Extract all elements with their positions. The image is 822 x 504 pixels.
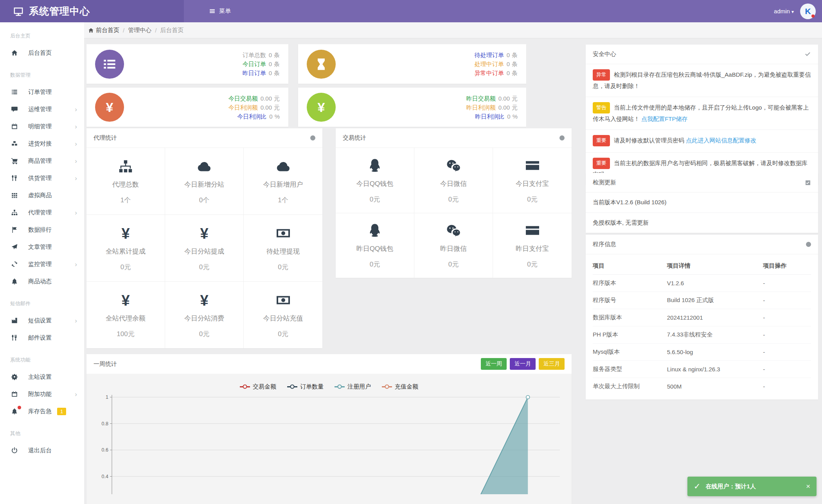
- stat-grid-cell[interactable]: 今日新增用户1个: [244, 148, 322, 215]
- stat-label: 异常中订单: [475, 70, 504, 76]
- stat-value: 0.00: [261, 95, 272, 102]
- sidebar-item[interactable]: 退出后台: [0, 442, 84, 459]
- avatar-red-dot: [811, 14, 815, 18]
- stat-grid-cell[interactable]: 昨日微信0元: [414, 213, 493, 278]
- stat-grid-cell[interactable]: ¥今日分站提成0元: [165, 215, 244, 282]
- week-chart-svg: 10.80.60.40.2: [94, 392, 564, 494]
- sidebar-section-header: 短信邮件: [0, 290, 84, 312]
- sitemap-icon: [10, 209, 19, 216]
- app-logo[interactable]: 系统管理中心: [0, 0, 184, 22]
- close-icon[interactable]: ×: [806, 482, 810, 491]
- cubes-icon: [10, 140, 19, 147]
- sidebar-item[interactable]: 主站设置: [0, 368, 84, 385]
- avatar[interactable]: K: [800, 4, 816, 19]
- stat-unit: %: [275, 113, 280, 120]
- sidebar-item-label: 后台首页: [28, 49, 52, 57]
- table-cell: 5.6.50-log: [667, 344, 763, 361]
- yen-icon: ¥: [121, 292, 130, 308]
- panel-dot-icon[interactable]: [806, 242, 811, 247]
- sidebar-section-header: 其他: [0, 420, 84, 442]
- stat-grid-cell[interactable]: 今日微信0元: [414, 148, 493, 213]
- stat-value: 0.00: [261, 104, 272, 111]
- sidebar-item-label: 订单管理: [28, 88, 52, 96]
- sidebar-item[interactable]: 附加功能›: [0, 385, 84, 403]
- sidebar-item[interactable]: 进货对接›: [0, 135, 84, 152]
- table-cell: 程序版本: [593, 275, 667, 292]
- stat-grid-cell[interactable]: 待处理提现0元: [244, 215, 322, 282]
- chevron-right-icon: ›: [75, 140, 77, 147]
- sidebar-item[interactable]: 数据排行: [0, 221, 84, 238]
- chevron-right-icon: ›: [75, 158, 77, 164]
- card-icon: [525, 157, 540, 173]
- stat-grid-cell[interactable]: 今日支付宝0元: [493, 148, 572, 213]
- breadcrumb-item[interactable]: 管理中心: [128, 27, 151, 34]
- table-column-header: 项目操作: [763, 257, 811, 275]
- stat-card-lines: 订单总数0条今日订单0条昨日订单0条: [124, 50, 280, 77]
- chevron-right-icon: ›: [75, 317, 77, 324]
- chevron-right-icon: ›: [75, 261, 77, 268]
- breadcrumb-current: 后台首页: [160, 27, 183, 34]
- stat-grid-value: 0元: [527, 260, 537, 269]
- table-cell: 单次最大上传限制: [593, 378, 667, 395]
- alert-link[interactable]: 点此进入网站信息配置修改: [684, 137, 756, 144]
- sidebar-item[interactable]: 明细管理›: [0, 118, 84, 135]
- alert-link[interactable]: 点我配置FTP储存: [640, 115, 688, 122]
- stat-value: 0: [269, 113, 272, 120]
- stat-grid-cell[interactable]: 今日新增分站0个: [165, 148, 244, 215]
- sidebar-item[interactable]: 商品管理›: [0, 152, 84, 169]
- stat-grid-cell[interactable]: 昨日QQ钱包0元: [336, 213, 414, 278]
- table-row: 程序版本V1.2.6-: [593, 275, 811, 292]
- sidebar-item[interactable]: 文章管理: [0, 238, 84, 256]
- legend-item[interactable]: 交易金额: [240, 383, 276, 391]
- sidebar-item[interactable]: 监控管理›: [0, 256, 84, 273]
- range-button[interactable]: 近三月: [539, 358, 565, 370]
- update-panel: 检测更新 当前版本V1.2.6 (Build 1026)免授权版本, 无需更新: [586, 173, 818, 233]
- sidebar-item[interactable]: 后台首页: [0, 44, 84, 61]
- sidebar-item[interactable]: 虚拟商品: [0, 187, 84, 204]
- table-row: 单次最大上传限制500M-: [593, 378, 811, 395]
- range-button[interactable]: 近一月: [510, 358, 536, 370]
- stat-line: 今日交易额0.00元: [124, 94, 280, 103]
- range-button[interactable]: 近一周: [481, 358, 507, 370]
- security-alert: 重要请及时修改默认管理员密码 点此进入网站信息配置修改: [586, 130, 818, 153]
- stat-value: 0: [507, 52, 510, 58]
- sidebar-item[interactable]: 代理管理›: [0, 204, 84, 221]
- sidebar-item-label: 供货管理: [28, 175, 52, 182]
- stat-grid-cell[interactable]: 今日分站充值0元: [244, 282, 322, 348]
- stat-grid-cell[interactable]: 今日QQ钱包0元: [336, 148, 414, 213]
- calendar-icon: [10, 123, 19, 130]
- panel-dot-icon[interactable]: [310, 135, 315, 140]
- menu-toggle[interactable]: 菜单: [203, 0, 236, 22]
- legend-item[interactable]: 充值金额: [382, 383, 418, 391]
- stat-grid-cell[interactable]: ¥全站累计提成0元: [86, 215, 165, 282]
- legend-item[interactable]: 订单数量: [287, 383, 324, 391]
- panel-dot-icon[interactable]: [559, 135, 565, 140]
- stat-grid-value: 0元: [370, 195, 380, 204]
- sidebar-item[interactable]: 短信设置›: [0, 312, 84, 329]
- sidebar-item[interactable]: 邮件设置: [0, 329, 84, 346]
- sidebar-item[interactable]: 商品动态: [0, 273, 84, 290]
- breadcrumb: 前台首页 / 管理中心 / 后台首页: [84, 22, 822, 38]
- stat-grid-cell[interactable]: 昨日支付宝0元: [493, 213, 572, 278]
- admin-dropdown[interactable]: admin▾: [774, 8, 794, 14]
- utensils-icon: [10, 175, 19, 182]
- check-icon[interactable]: [804, 51, 811, 58]
- breadcrumb-home-link[interactable]: 前台首页: [88, 27, 119, 34]
- table-row: 数据库版本20241212001-: [593, 309, 811, 326]
- alert-text: 检测到根目录存在压缩包秋云商城-特供版_AaBDF.zip，为避免被盗取重要信息…: [593, 71, 811, 89]
- stat-value: 0: [507, 113, 510, 120]
- sidebar-item[interactable]: 运维管理›: [0, 101, 84, 118]
- table-cell: -: [763, 361, 811, 378]
- sidebar-item[interactable]: 库存告急1: [0, 403, 84, 420]
- legend-item[interactable]: 注册用户: [335, 383, 371, 391]
- stat-grid-cell[interactable]: ¥全站代理余额100元: [86, 282, 165, 348]
- stat-unit: %: [513, 113, 518, 120]
- stat-grid-label: 今日分站提成: [184, 247, 224, 256]
- yen-glyph: ¥: [106, 100, 113, 115]
- sidebar-section-header: 数据管理: [0, 61, 84, 83]
- stat-grid-cell[interactable]: 代理总数1个: [86, 148, 165, 215]
- sidebar-item[interactable]: 供货管理›: [0, 169, 84, 187]
- checkbox-checked-icon[interactable]: [805, 180, 811, 186]
- stat-grid-cell[interactable]: ¥今日分站消费0元: [165, 282, 244, 348]
- sidebar-item[interactable]: 订单管理: [0, 83, 84, 101]
